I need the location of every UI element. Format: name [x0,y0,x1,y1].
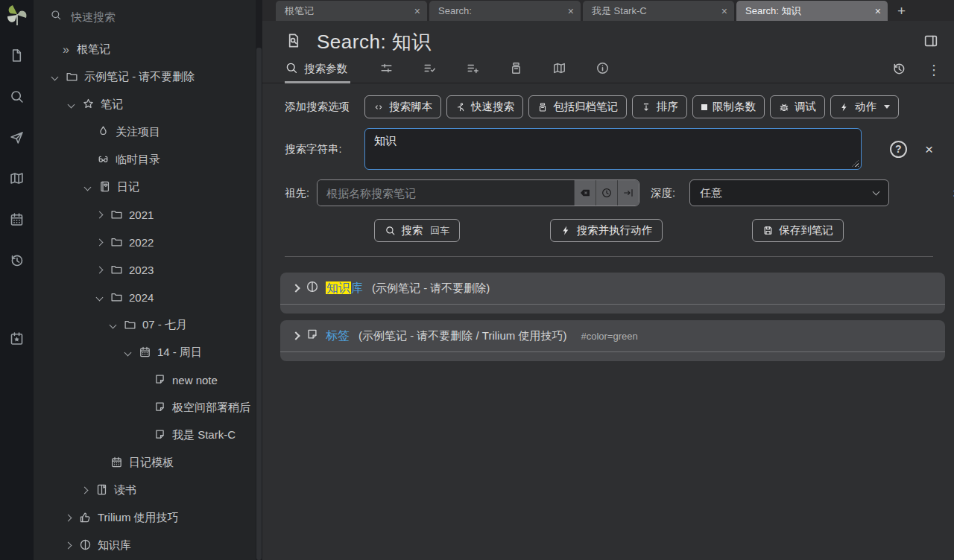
search-launcher-icon[interactable] [9,89,25,107]
result-knowledge-base[interactable]: 知识库 (示例笔记 - 请不要删除) [280,273,945,305]
clock-icon[interactable] [596,180,617,206]
close-icon[interactable]: × [721,6,727,16]
kebab-menu-icon[interactable]: ⋮ [927,63,941,77]
fast-search-button[interactable]: 快速搜索 [446,95,523,118]
result-title-link[interactable]: 知识库 [326,281,363,296]
sliders-icon[interactable] [379,61,394,78]
chevron-down-icon[interactable] [66,102,76,107]
tree-item-root[interactable]: »根笔记 [34,36,256,63]
chevron-down-icon[interactable] [49,74,60,80]
result-title-link[interactable]: 标签 [326,328,350,344]
action-dropdown-button[interactable]: 动作 [830,95,899,118]
tree-item-reading[interactable]: 读书 [34,477,256,504]
recent-changes-icon[interactable] [9,252,25,271]
chevron-right-icon[interactable] [79,488,89,493]
archive-icon[interactable] [509,61,523,78]
chevron-right-icon[interactable] [291,331,300,340]
chevron-right-icon[interactable] [63,515,73,521]
map-icon[interactable] [552,61,566,78]
folder-icon [124,318,136,333]
tree-item-knowledge-base[interactable]: 知识库 [34,532,256,559]
calendar-icon [139,346,151,360]
square-icon [701,104,707,110]
new-tab-button[interactable]: + [897,4,906,18]
chevron-down-icon[interactable] [107,322,118,328]
search-and-execute-button[interactable]: 搜索并执行动作 [550,219,663,242]
tab-search-empty[interactable]: Search:× [429,1,581,21]
bookmark-day-icon[interactable] [9,331,25,349]
info-icon[interactable] [596,61,610,78]
tree-item-follow-projects[interactable]: 关注项目 [34,118,256,146]
chevron-right-icon[interactable] [94,212,104,217]
caret-down-icon [884,105,890,109]
tree-item-2021[interactable]: 2021 [34,201,256,229]
tab-search-knowledge[interactable]: Search: 知识× [736,1,888,21]
list-plus-icon[interactable] [466,61,480,78]
list-check-icon[interactable] [423,61,437,78]
arrow-to-right-icon[interactable] [617,180,639,206]
history-icon[interactable] [891,61,906,79]
result-tags[interactable]: 标签 (示例笔记 - 请不要删除 / Trilium 使用技巧) #color=… [280,320,945,352]
note-map-icon[interactable] [9,171,25,189]
note-icon [154,401,166,416]
order-by-button[interactable]: 排序 [632,95,687,118]
new-note-icon[interactable] [9,48,25,66]
ancestor-row: 祖先: 深度: 任意 × [285,179,933,206]
chevrons-right-icon[interactable]: » [60,43,71,57]
quick-search[interactable] [34,0,256,33]
thumbs-up-icon [79,511,92,526]
close-icon[interactable]: × [414,6,420,16]
tree-item-demo-notes[interactable]: 示例笔记 - 请不要删除 [34,63,256,91]
tab-stark-c[interactable]: 我是 Stark-C× [583,1,734,21]
calendar-icon [110,456,123,471]
chevron-right-icon[interactable] [94,267,104,273]
tree-item-temp-dir[interactable]: 临时目录 [34,146,256,174]
tree-item-notes[interactable]: 笔记 [34,91,256,118]
tree-item-trilium-tips[interactable]: Trilium 使用技巧 [34,504,256,532]
save-to-note-button[interactable]: 保存到笔记 [752,219,844,242]
note-icon [154,428,166,443]
scrollbar-thumb[interactable] [256,48,262,560]
include-archived-button[interactable]: 包括归档笔记 [528,95,627,118]
search-string-input[interactable]: 知识 [364,128,862,170]
depth-select[interactable]: 任意 [689,179,889,206]
chevron-right-icon[interactable] [63,543,73,548]
tree-item-jispace-deploy[interactable]: 极空间部署稍后 [34,394,256,421]
limit-button[interactable]: 限制条数 [692,95,765,118]
circle-split-icon [79,538,92,553]
tree-item-2022[interactable]: 2022 [34,229,256,256]
tree-item-07-july[interactable]: 07 - 七月 [34,311,256,339]
ribbon-bar: 搜索参数 ⋮ [262,57,954,83]
tree-item-14-sunday[interactable]: 14 - 周日 [34,339,256,366]
tree-scrollbar[interactable] [256,0,262,560]
calendar-icon[interactable] [9,211,25,230]
chevron-right-icon[interactable] [291,284,300,292]
backspace-icon[interactable] [574,180,596,206]
debug-button[interactable]: 调试 [770,95,825,118]
close-icon[interactable]: × [568,6,574,16]
chevron-right-icon[interactable] [94,240,104,245]
tree-item-new-note[interactable]: new note [34,366,256,394]
ancestor-label: 祖先: [285,186,317,200]
ribbon-tab-search-params[interactable]: 搜索参数 [285,57,350,83]
tree-item-diary[interactable]: 日记 [34,174,256,201]
help-icon[interactable]: ? [890,141,907,158]
panel-right-icon[interactable] [923,33,939,52]
close-icon[interactable]: × [925,142,933,156]
close-icon[interactable]: × [875,6,881,16]
note-title: Search: 知识 [317,29,432,55]
search-script-button[interactable]: 搜索脚本 [364,95,441,118]
tab-root-note[interactable]: 根笔记× [276,1,427,21]
ancestor-input[interactable] [318,180,574,206]
search-button[interactable]: 搜索回车 [374,219,460,242]
tree-item-2024[interactable]: 2024 [34,284,256,311]
chevron-down-icon[interactable] [122,350,133,355]
jump-to-note-icon[interactable] [9,130,25,148]
folder-icon [110,263,123,278]
chevron-down-icon[interactable] [82,185,92,190]
tree-item-diary-template[interactable]: 日记模板 [34,449,256,477]
tree-item-2023[interactable]: 2023 [34,256,256,284]
quick-search-input[interactable] [71,10,227,23]
tree-item-stark-c[interactable]: 我是 Stark-C [34,421,256,449]
chevron-down-icon[interactable] [94,295,104,300]
